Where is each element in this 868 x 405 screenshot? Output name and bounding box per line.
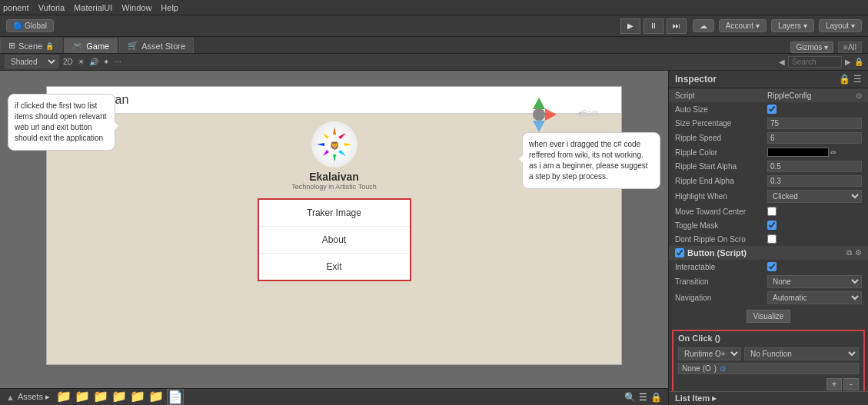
svg-marker-1: [333, 127, 336, 134]
button-script-section[interactable]: Button (Script) ⧉ ⚙: [669, 246, 868, 260]
dont-ripple-row: Dont Ripple On Scro: [669, 232, 868, 246]
highlight-when-label: Highlight When: [675, 192, 767, 201]
search-icon[interactable]: 🔍: [624, 392, 636, 403]
inspector-title: Inspector: [675, 74, 717, 85]
navigation-select[interactable]: Automatic: [767, 291, 862, 304]
transition-select[interactable]: None: [767, 275, 862, 288]
ripple-start-alpha-label: Ripple Start Alpha: [675, 162, 767, 171]
global-dot: 🔵: [13, 22, 22, 30]
layers-button[interactable]: Layers ▾: [771, 19, 814, 32]
none-obj-paren: ): [714, 364, 717, 373]
script-row: Script RippleConfig ⊙: [669, 88, 868, 102]
arrow-right: ▶: [845, 58, 851, 66]
cs-file-icon: 📄: [167, 389, 184, 405]
global-button[interactable]: 🔵 Global: [6, 19, 54, 32]
svg-marker-3: [333, 154, 336, 162]
ripple-start-alpha-input[interactable]: [767, 161, 862, 172]
color-picker-icon[interactable]: ✏: [830, 148, 836, 157]
layers-label: Layers: [778, 22, 801, 30]
menu-item-materialui[interactable]: MaterialUI: [74, 3, 112, 12]
tab-scene[interactable]: ⊞ Scene 🔒: [0, 38, 62, 53]
none-object-row: None (O ) ⊙: [678, 363, 859, 374]
back-button[interactable]: ◀Back: [576, 109, 599, 118]
dont-ripple-checkbox[interactable]: [767, 234, 777, 244]
toggle-mask-checkbox[interactable]: [767, 221, 777, 230]
tab-game[interactable]: 🎮 Game: [64, 38, 118, 53]
auto-size-checkbox[interactable]: [767, 105, 777, 114]
all-filter[interactable]: ≡All: [838, 41, 862, 53]
arrow-left: ◀: [779, 58, 785, 66]
filter-icon[interactable]: ☰: [639, 392, 647, 403]
toolbar-left: 🔵 Global: [6, 19, 614, 32]
move-toward-center-checkbox[interactable]: [767, 207, 777, 216]
tab-row: ⊞ Scene 🔒 🎮 Game 🛒 Asset Store Gizmos ▾ …: [0, 37, 868, 54]
pause-button[interactable]: ⏸: [644, 18, 663, 34]
account-button[interactable]: Account ▾: [719, 19, 767, 32]
tab-asset-store[interactable]: 🛒 Asset Store: [119, 38, 194, 53]
menu-item-exit[interactable]: Exit: [259, 254, 410, 280]
gizmos-button[interactable]: Gizmos ▾: [790, 41, 833, 53]
highlight-when-row: Highlight When Clicked: [669, 188, 868, 204]
script-value: RippleConfig: [767, 91, 856, 100]
inspector-lock-btn[interactable]: 🔒: [839, 74, 850, 85]
toolbar-center: ▶ ⏸ ⏭: [620, 18, 687, 34]
tab-asset-label: Asset Store: [141, 41, 185, 51]
account-chevron: ▾: [756, 22, 760, 30]
ripple-color-label: Ripple Color: [675, 148, 767, 157]
runtime-select[interactable]: Runtime O+: [678, 347, 741, 360]
lock-icon-assets: 🔒: [650, 392, 662, 403]
play-button[interactable]: ▶: [620, 18, 640, 34]
menu-bar: ponent Vuforia MaterialUI Window Help: [0, 0, 868, 15]
search-field[interactable]: [788, 56, 842, 68]
menu-item-traker[interactable]: Traker Image: [259, 200, 410, 227]
remove-onclick-button[interactable]: -: [843, 378, 859, 390]
size-percentage-row: Size Percentage: [669, 116, 868, 131]
button-script-checkbox[interactable]: [675, 248, 684, 257]
tooltip-left-text: if clicked the first two list items shou…: [15, 101, 107, 142]
button-script-settings-icon[interactable]: ⚙: [855, 248, 862, 257]
layout-label: Layout: [826, 22, 849, 30]
main-layout: if clicked the first two list items shou…: [0, 71, 868, 405]
audio-icon: 🔊: [89, 58, 98, 66]
ripple-end-alpha-input[interactable]: [767, 175, 862, 187]
menu-item-vuforia[interactable]: Vuforia: [38, 3, 65, 12]
view-toolbar: Shaded 2D ☀ 🔊 ✦ ⋯ ◀ ▶ 🔒: [0, 54, 868, 71]
inspector-body: Script RippleConfig ⊙ Auto Size Size Per…: [669, 88, 868, 391]
add-onclick-button[interactable]: +: [826, 378, 842, 390]
ripple-color-swatch[interactable]: [767, 148, 829, 157]
script-edit-icon[interactable]: ⊙: [856, 91, 862, 100]
assets-arrow-up[interactable]: ▲: [6, 393, 15, 402]
inspector-panel: Inspector 🔒 ☰ Script RippleConfig ⊙ Auto…: [668, 71, 868, 405]
step-button[interactable]: ⏭: [667, 18, 687, 34]
2d-label[interactable]: 2D: [63, 58, 73, 66]
scene-icon: ⊞: [8, 41, 15, 51]
no-function-select[interactable]: No Function: [744, 347, 859, 360]
ripple-speed-row: Ripple Speed: [669, 131, 868, 145]
layout-button[interactable]: Layout ▾: [819, 19, 862, 32]
cloud-button[interactable]: ☁: [693, 19, 714, 32]
none-obj-dot[interactable]: ⊙: [720, 364, 726, 373]
on-click-section: On Click () Runtime O+ No Function None …: [672, 330, 865, 391]
tab-scene-label: Scene: [18, 41, 42, 51]
ripple-end-alpha-row: Ripple End Alpha: [669, 174, 868, 188]
script-label: Script: [675, 91, 767, 100]
inspector-menu-btn[interactable]: ☰: [853, 74, 862, 85]
interactable-checkbox[interactable]: [767, 262, 777, 271]
size-percentage-input[interactable]: [767, 118, 862, 129]
button-script-copy-icon[interactable]: ⧉: [846, 248, 852, 257]
menu-item-window[interactable]: Window: [121, 3, 151, 12]
shaded-select[interactable]: Shaded: [5, 55, 58, 68]
svg-point-13: [533, 108, 545, 121]
layers-chevron: ▾: [803, 22, 807, 30]
transition-row: Transition None: [669, 274, 868, 290]
ripple-speed-input[interactable]: [767, 132, 862, 144]
view-more-icon: ⋯: [114, 58, 121, 66]
highlight-when-select[interactable]: Clicked: [767, 190, 862, 203]
list-item-label[interactable]: List Item ▸: [675, 393, 717, 403]
logo-circle: 🦁: [311, 121, 358, 168]
menu-item-about[interactable]: About: [259, 227, 410, 254]
visualize-button[interactable]: Visualize: [747, 310, 791, 323]
menu-item-help[interactable]: Help: [161, 3, 178, 12]
inspector-icons: 🔒 ☰: [839, 74, 862, 85]
menu-item-ponent[interactable]: ponent: [3, 3, 29, 12]
